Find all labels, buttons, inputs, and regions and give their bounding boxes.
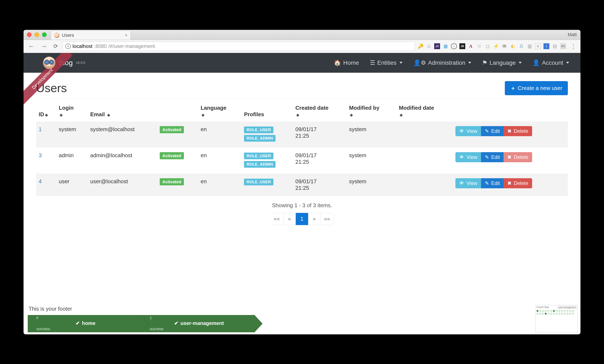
pager-last[interactable]: »» <box>320 213 334 225</box>
extension-icon[interactable]: ◐ <box>510 43 516 49</box>
col-profiles: Profiles <box>241 102 293 122</box>
cell-login: system <box>56 122 88 148</box>
nav-administration[interactable]: 👤⚙ Administration <box>409 56 476 69</box>
crumb-status: success <box>150 327 248 331</box>
nav-language[interactable]: ⚑ Language <box>478 56 526 69</box>
x-icon: ✖ <box>507 128 512 134</box>
site-info-icon[interactable]: i <box>65 43 71 49</box>
view-button[interactable]: 👁 View <box>455 152 481 162</box>
pencil-icon: ✎ <box>485 154 489 160</box>
forward-button[interactable]: → <box>39 43 49 50</box>
bookmark-star-icon[interactable]: ☆ <box>427 43 431 50</box>
extension-icon[interactable]: JB <box>459 43 465 49</box>
col-language[interactable]: Language◆ <box>198 102 242 122</box>
role-badge: ROLE_ADMIN <box>244 161 276 168</box>
nav-account[interactable]: 👤 Account <box>528 56 574 69</box>
role-badge: ROLE_ADMIN <box>244 135 276 142</box>
maximize-window-button[interactable] <box>42 32 47 37</box>
view-button[interactable]: 👁 View <box>455 126 481 136</box>
extension-icon[interactable]: ▧ <box>552 43 558 49</box>
pager-next[interactable]: » <box>308 213 321 225</box>
create-user-label: Create a new user <box>518 85 562 91</box>
extension-icon[interactable]: i <box>543 43 549 49</box>
crumb-index: 1 <box>150 316 248 320</box>
address-bar[interactable]: i localhost:8080/#/user-management <box>63 42 415 51</box>
user-id-link[interactable]: 1 <box>39 126 42 132</box>
extension-icon[interactable]: ⎙ <box>518 43 524 49</box>
sort-icon: ◆ <box>400 113 403 117</box>
brand[interactable]: Blog v0.0.0 <box>43 57 85 69</box>
list-icon: ☰ <box>370 59 375 66</box>
col-modified-date[interactable]: Modified date◆ <box>396 102 453 122</box>
back-button[interactable]: ← <box>26 43 36 50</box>
breadcrumb-step[interactable]: 0 ✔ home success <box>28 315 141 332</box>
extension-icon[interactable]: B <box>535 43 541 49</box>
pager-page-current[interactable]: 1 <box>296 213 308 225</box>
check-icon: ✔ <box>76 320 80 326</box>
extension-icon[interactable]: ⚡ <box>493 43 499 49</box>
sort-icon: ◆ <box>296 113 299 117</box>
saved-password-icon[interactable]: 🔑 <box>418 43 424 49</box>
extension-icon[interactable]: i <box>451 43 457 49</box>
browser-window: Users × Matt ← → ⟳ i localhost:8080/#/us… <box>24 30 580 334</box>
extension-icon[interactable]: JR <box>434 43 440 49</box>
extension-icon[interactable]: A <box>468 43 474 49</box>
delete-button[interactable]: ✖ Delete <box>503 178 532 188</box>
cell-modified-date <box>396 122 453 148</box>
nav-items: 🏠 Home ☰ Entities 👤⚙ Administration ⚑ La… <box>329 56 574 69</box>
breadcrumb-step[interactable]: 1 ✔ user-management success <box>141 315 255 332</box>
status-badge[interactable]: Activated <box>160 178 184 185</box>
sort-icon: ◆ <box>60 113 63 117</box>
window-controls <box>27 32 47 37</box>
view-button[interactable]: 👁 View <box>455 178 481 188</box>
create-user-button[interactable]: ＋ Create a new user <box>505 81 568 95</box>
edit-button[interactable]: ✎ Edit <box>481 178 503 188</box>
cell-modified-date <box>396 148 453 174</box>
nav-home[interactable]: 🏠 Home <box>329 56 364 69</box>
app-navbar: Development Blog v0.0.0 🏠 Home ☰ Entitie… <box>24 53 580 73</box>
col-id[interactable]: ID◆ <box>36 102 56 122</box>
edit-button[interactable]: ✎ Edit <box>481 126 503 136</box>
chevron-down-icon <box>566 62 569 64</box>
col-login[interactable]: Login◆ <box>56 102 88 122</box>
reload-button[interactable]: ⟳ <box>52 43 60 50</box>
col-modified-by[interactable]: Modified by◆ <box>347 102 396 122</box>
delete-button[interactable]: ✖ Delete <box>503 126 532 136</box>
extension-icon[interactable]: ▦ <box>443 43 449 49</box>
extension-icon[interactable]: ▥ <box>527 43 533 49</box>
edit-button[interactable]: ✎ Edit <box>481 152 503 162</box>
user-id-link[interactable]: 3 <box>39 152 42 158</box>
cell-profiles: ROLE_USERROLE_ADMIN <box>241 122 293 148</box>
extension-icon[interactable]: ◻ <box>485 43 491 49</box>
row-actions: 👁 View ✎ Edit ✖ Delete <box>455 178 565 188</box>
extension-icon[interactable]: ⊞ <box>476 43 482 49</box>
cell-login: admin <box>56 148 88 174</box>
cell-created: 09/01/1721:25 <box>293 122 347 148</box>
pencil-icon: ✎ <box>485 128 489 134</box>
status-badge[interactable]: Activated <box>160 126 184 133</box>
pager-first[interactable]: «« <box>270 213 284 225</box>
status-badge[interactable]: Activated <box>160 152 184 159</box>
sort-icon: ◆ <box>201 113 204 117</box>
browser-tab[interactable]: Users × <box>51 30 131 40</box>
close-window-button[interactable] <box>27 32 32 37</box>
cell-created: 09/01/1721:25 <box>293 174 347 196</box>
delete-button[interactable]: ✖ Delete <box>503 152 532 162</box>
nav-entities[interactable]: ☰ Entities <box>365 56 407 69</box>
pager-prev[interactable]: « <box>283 213 296 225</box>
mini-state-value: user-management <box>558 306 577 309</box>
chrome-profile-name[interactable]: Matt <box>568 32 577 38</box>
user-id-link[interactable]: 4 <box>39 178 42 185</box>
col-created[interactable]: Created date◆ <box>293 102 347 122</box>
nav-account-label: Account <box>542 60 563 66</box>
minimize-window-button[interactable] <box>35 32 39 37</box>
url-port: :8080 <box>94 43 107 49</box>
extension-icon[interactable]: WC <box>560 43 566 49</box>
close-tab-button[interactable]: × <box>125 33 127 38</box>
state-inspector-panel[interactable]: Current State user-management <box>536 305 578 332</box>
nav-entities-label: Entities <box>377 60 397 66</box>
extension-icon[interactable]: ✉ <box>502 43 507 49</box>
col-email[interactable]: Email ◆ <box>88 102 157 122</box>
eye-icon: 👁 <box>459 128 464 134</box>
chrome-menu-button[interactable]: ⋮ <box>569 43 578 50</box>
